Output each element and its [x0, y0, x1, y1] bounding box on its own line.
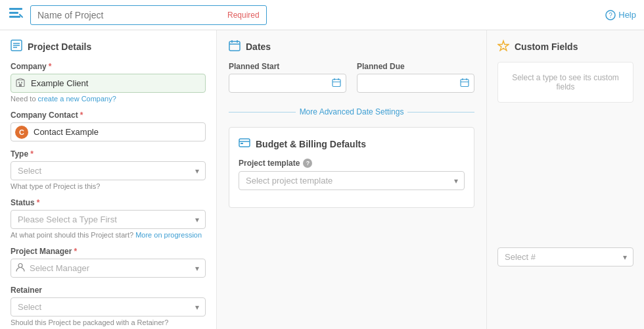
- budget-section: Budget & Billing Defaults Project templa…: [229, 127, 474, 208]
- main-layout: Project Details Company *: [0, 30, 644, 329]
- custom-fields-placeholder: Select a type to see its custom fields: [497, 62, 633, 103]
- logo-icon: [8, 5, 24, 24]
- company-field-group: Company * Need to cre: [11, 62, 206, 103]
- dates-title: Dates: [246, 41, 271, 52]
- type-select-wrapper: Select: [11, 161, 206, 180]
- help-icon: ?: [605, 10, 616, 20]
- planned-due-input-wrapper: [357, 74, 474, 93]
- manager-select-wrapper: Select Manager: [11, 259, 206, 278]
- type-field-group: Type * Select What type of Project is th…: [11, 149, 206, 190]
- svg-rect-10: [18, 82, 20, 83]
- svg-point-15: [18, 263, 22, 267]
- advanced-date-link[interactable]: More Advanced Date Settings: [229, 102, 474, 122]
- status-field-group: Status * Please Select a Type First At w…: [11, 198, 206, 239]
- status-select[interactable]: Please Select a Type First: [11, 210, 206, 229]
- svg-rect-1: [9, 12, 18, 14]
- create-company-link[interactable]: create a new Company?: [38, 95, 116, 103]
- manager-select[interactable]: Select Manager: [11, 259, 206, 278]
- svg-rect-11: [21, 82, 22, 83]
- planned-due-field: Planned Due: [357, 62, 474, 93]
- type-hint: What type of Project is this?: [11, 182, 206, 190]
- planned-start-field: Planned Start: [229, 62, 346, 93]
- svg-rect-30: [241, 143, 243, 144]
- select-hash-select[interactable]: Select #: [497, 247, 633, 266]
- company-required-star: *: [49, 62, 52, 71]
- top-header: Required ? Help: [0, 0, 644, 30]
- status-select-wrapper: Please Select a Type First: [11, 210, 206, 229]
- project-template-field-group: Project template ? Select project templa…: [239, 159, 465, 190]
- project-manager-field-group: Project Manager * Select Manager: [11, 247, 206, 278]
- planned-start-input[interactable]: [229, 74, 346, 93]
- status-hint: At what point should this Project start?…: [11, 231, 206, 239]
- company-building-icon: [16, 78, 25, 89]
- planned-due-label: Planned Due: [357, 62, 474, 71]
- svg-rect-0: [9, 8, 22, 10]
- retainer-hint: Should this Project be packaged with a R…: [11, 318, 206, 326]
- dates-row: Planned Start Planned Due: [229, 62, 474, 93]
- contact-input[interactable]: [11, 122, 206, 141]
- middle-panel: Dates Planned Start: [217, 30, 486, 329]
- planned-start-calendar-icon[interactable]: [332, 78, 341, 89]
- project-manager-label: Project Manager *: [11, 247, 206, 256]
- select-hash-container: Select #: [497, 247, 633, 266]
- retainer-field-group: Retainer Select Should this Project be p…: [11, 286, 206, 326]
- custom-fields-title: Custom Fields: [515, 41, 578, 52]
- contact-avatar: C: [15, 126, 28, 139]
- help-button[interactable]: ? Help: [605, 10, 636, 20]
- svg-rect-16: [229, 41, 240, 51]
- retainer-select-wrapper: Select: [11, 297, 206, 316]
- manager-person-icon: [16, 263, 25, 274]
- svg-rect-2: [9, 16, 20, 18]
- select-hash-wrapper: Select #: [497, 247, 633, 266]
- svg-text:?: ?: [609, 12, 612, 19]
- retainer-label: Retainer: [11, 286, 206, 295]
- planned-start-label: Planned Start: [229, 62, 346, 71]
- svg-rect-20: [333, 79, 340, 86]
- template-help-icon[interactable]: ?: [303, 159, 312, 168]
- planned-start-input-wrapper: [229, 74, 346, 93]
- project-details-icon: [11, 39, 22, 54]
- project-details-header: Project Details: [11, 39, 206, 54]
- svg-rect-28: [239, 139, 250, 147]
- company-hint: Need to create a new Company?: [11, 95, 206, 103]
- planned-due-input[interactable]: [357, 74, 474, 93]
- project-template-label: Project template ?: [239, 159, 465, 168]
- project-template-select[interactable]: Select project template: [239, 171, 465, 190]
- custom-fields-header: Custom Fields: [497, 39, 633, 54]
- company-input-wrapper: [11, 74, 206, 93]
- budget-icon: [239, 137, 250, 151]
- planned-due-calendar-icon[interactable]: [460, 78, 469, 89]
- contact-input-wrapper: C: [11, 122, 206, 141]
- status-label: Status *: [11, 198, 206, 207]
- type-select[interactable]: Select: [11, 161, 206, 180]
- progression-link[interactable]: More on progression: [135, 231, 202, 239]
- project-template-select-wrapper: Select project template: [239, 171, 465, 190]
- company-contact-label: Company Contact *: [11, 111, 206, 120]
- project-name-input[interactable]: [30, 5, 267, 25]
- company-contact-field-group: Company Contact * C: [11, 111, 206, 141]
- dates-header: Dates: [229, 39, 474, 54]
- company-input[interactable]: [11, 74, 206, 93]
- budget-header: Budget & Billing Defaults: [239, 137, 465, 151]
- company-contact-required-star: *: [80, 111, 83, 120]
- project-details-title: Project Details: [28, 41, 91, 52]
- dates-icon: [229, 39, 241, 54]
- left-panel: Project Details Company *: [0, 30, 217, 329]
- company-label: Company *: [11, 62, 206, 71]
- star-icon: [497, 39, 509, 54]
- svg-rect-12: [19, 84, 22, 86]
- type-label: Type *: [11, 149, 206, 159]
- project-manager-required-star: *: [74, 247, 77, 256]
- type-required-star: *: [30, 149, 34, 159]
- status-required-star: *: [37, 198, 40, 207]
- retainer-select[interactable]: Select: [11, 297, 206, 316]
- right-panel: Custom Fields Select a type to see its c…: [486, 30, 644, 329]
- svg-rect-24: [461, 79, 469, 86]
